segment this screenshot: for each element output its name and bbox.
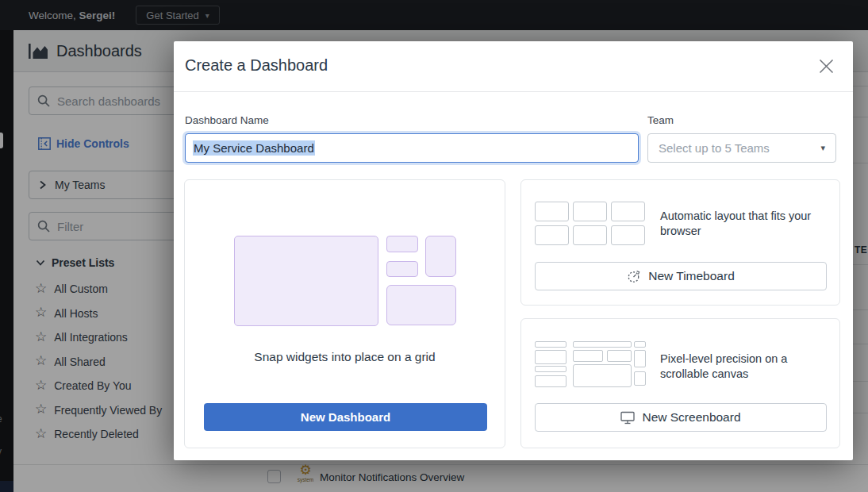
team-select-placeholder: Select up to 5 Teams [659,141,770,155]
chevron-down-icon: ▾ [820,143,825,153]
create-dashboard-modal: Create a Dashboard Dashboard Name My Ser… [174,41,853,460]
team-select[interactable]: Select up to 5 Teams ▾ [647,133,836,163]
modal-header: Create a Dashboard [174,41,853,92]
modal-title: Create a Dashboard [185,56,328,75]
dashboard-name-label: Dashboard Name [185,114,269,126]
new-timeboard-button[interactable]: New Timeboard [535,262,827,290]
dashboard-name-value: My Service Dashboard [193,140,315,156]
grid-layout-illustration [234,236,457,326]
team-label: Team [647,114,674,126]
app-root: Welcome, Sergei! Get Started ▾ e y Dashb… [0,0,868,492]
screenboard-card: Pixel-level precision on a scrollable ca… [520,318,840,448]
timeboard-card: Automatic layout that fits your browser … [520,179,840,306]
screenboard-card-caption: Pixel-level precision on a scrollable ca… [660,352,823,382]
screenboard-layout-illustration [535,341,646,388]
stopwatch-icon [627,269,641,283]
new-screenboard-button[interactable]: New Screenboard [535,403,827,432]
timeboard-card-caption: Automatic layout that fits your browser [660,209,839,239]
timeboard-layout-illustration [535,202,646,245]
grid-card-caption: Snap widgets into place on a grid [185,350,505,364]
monitor-icon [620,411,635,425]
dashboard-name-input[interactable]: My Service Dashboard [185,133,639,163]
grid-dashboard-card: Snap widgets into place on a grid New Da… [184,179,505,448]
new-dashboard-button[interactable]: New Dashboard [204,403,487,431]
close-icon[interactable] [819,59,834,74]
